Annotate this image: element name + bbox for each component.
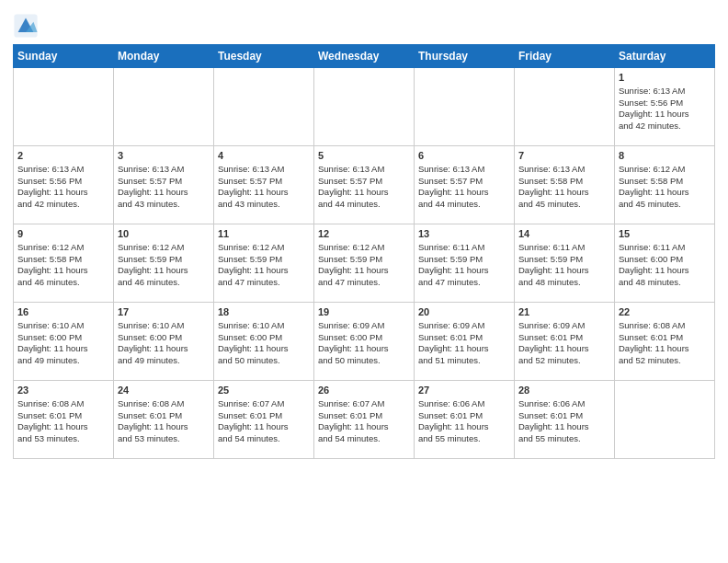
calendar-cell: 21Sunrise: 6:09 AM Sunset: 6:01 PM Dayli…: [515, 303, 615, 381]
calendar-header-wednesday: Wednesday: [314, 45, 415, 68]
day-info: Sunrise: 6:12 AM Sunset: 5:59 PM Dayligh…: [318, 242, 410, 289]
week-row-1: 2Sunrise: 6:13 AM Sunset: 5:56 PM Daylig…: [14, 146, 715, 224]
calendar-cell: [14, 68, 114, 146]
day-number: 5: [318, 149, 410, 163]
calendar-header-row: SundayMondayTuesdayWednesdayThursdayFrid…: [14, 45, 715, 68]
week-row-3: 16Sunrise: 6:10 AM Sunset: 6:00 PM Dayli…: [14, 303, 715, 381]
day-number: 25: [218, 384, 310, 397]
day-number: 22: [619, 305, 711, 319]
calendar-cell: 15Sunrise: 6:11 AM Sunset: 6:00 PM Dayli…: [615, 224, 715, 303]
calendar-cell: 3Sunrise: 6:13 AM Sunset: 5:57 PM Daylig…: [114, 146, 214, 224]
day-info: Sunrise: 6:09 AM Sunset: 6:01 PM Dayligh…: [518, 320, 610, 367]
day-info: Sunrise: 6:12 AM Sunset: 5:59 PM Dayligh…: [218, 242, 310, 289]
day-info: Sunrise: 6:06 AM Sunset: 6:01 PM Dayligh…: [418, 398, 510, 445]
day-info: Sunrise: 6:10 AM Sunset: 6:00 PM Dayligh…: [17, 320, 109, 367]
week-row-0: 1Sunrise: 6:13 AM Sunset: 5:56 PM Daylig…: [14, 68, 715, 146]
day-info: Sunrise: 6:13 AM Sunset: 5:56 PM Dayligh…: [619, 86, 711, 132]
week-row-4: 23Sunrise: 6:08 AM Sunset: 6:01 PM Dayli…: [14, 381, 715, 459]
day-info: Sunrise: 6:13 AM Sunset: 5:58 PM Dayligh…: [518, 164, 610, 211]
day-info: Sunrise: 6:12 AM Sunset: 5:58 PM Dayligh…: [619, 164, 711, 211]
day-info: Sunrise: 6:10 AM Sunset: 6:00 PM Dayligh…: [118, 320, 210, 367]
day-number: 15: [619, 227, 711, 241]
day-number: 28: [518, 384, 610, 397]
calendar-cell: 22Sunrise: 6:08 AM Sunset: 6:01 PM Dayli…: [615, 303, 715, 381]
day-number: 7: [518, 149, 610, 163]
calendar-cell: 20Sunrise: 6:09 AM Sunset: 6:01 PM Dayli…: [415, 303, 515, 381]
week-row-2: 9Sunrise: 6:12 AM Sunset: 5:58 PM Daylig…: [14, 224, 715, 303]
calendar-header-saturday: Saturday: [615, 45, 715, 68]
day-info: Sunrise: 6:06 AM Sunset: 6:01 PM Dayligh…: [518, 398, 610, 445]
calendar-table: SundayMondayTuesdayWednesdayThursdayFrid…: [13, 44, 715, 459]
day-number: 9: [17, 227, 109, 241]
calendar-cell: 18Sunrise: 6:10 AM Sunset: 6:00 PM Dayli…: [214, 303, 314, 381]
calendar-cell: 19Sunrise: 6:09 AM Sunset: 6:00 PM Dayli…: [314, 303, 415, 381]
calendar-header-friday: Friday: [515, 45, 615, 68]
day-info: Sunrise: 6:13 AM Sunset: 5:56 PM Dayligh…: [17, 164, 109, 211]
calendar-cell: 28Sunrise: 6:06 AM Sunset: 6:01 PM Dayli…: [515, 381, 615, 459]
day-number: 23: [17, 384, 109, 397]
calendar-cell: 24Sunrise: 6:08 AM Sunset: 6:01 PM Dayli…: [114, 381, 214, 459]
day-info: Sunrise: 6:10 AM Sunset: 6:00 PM Dayligh…: [218, 320, 310, 367]
day-number: 21: [518, 305, 610, 319]
calendar-cell: 13Sunrise: 6:11 AM Sunset: 5:59 PM Dayli…: [415, 224, 515, 303]
day-info: Sunrise: 6:08 AM Sunset: 6:01 PM Dayligh…: [17, 398, 109, 445]
calendar-cell: 27Sunrise: 6:06 AM Sunset: 6:01 PM Dayli…: [415, 381, 515, 459]
day-number: 1: [619, 71, 711, 85]
logo-icon: [13, 13, 39, 39]
calendar-header-monday: Monday: [114, 45, 214, 68]
calendar-cell: 8Sunrise: 6:12 AM Sunset: 5:58 PM Daylig…: [615, 146, 715, 224]
calendar-cell: 12Sunrise: 6:12 AM Sunset: 5:59 PM Dayli…: [314, 224, 415, 303]
header: [13, 9, 715, 39]
day-info: Sunrise: 6:13 AM Sunset: 5:57 PM Dayligh…: [218, 164, 310, 211]
calendar-cell: [515, 68, 615, 146]
day-number: 4: [218, 149, 310, 163]
calendar-cell: 1Sunrise: 6:13 AM Sunset: 5:56 PM Daylig…: [615, 68, 715, 146]
calendar-cell: 5Sunrise: 6:13 AM Sunset: 5:57 PM Daylig…: [314, 146, 415, 224]
day-number: 13: [418, 227, 510, 241]
calendar-cell: [314, 68, 415, 146]
day-number: 2: [17, 149, 109, 163]
day-number: 24: [118, 384, 210, 397]
logo: [13, 13, 40, 39]
day-number: 12: [318, 227, 410, 241]
day-number: 18: [218, 305, 310, 319]
calendar-cell: 17Sunrise: 6:10 AM Sunset: 6:00 PM Dayli…: [114, 303, 214, 381]
day-number: 8: [619, 149, 711, 163]
calendar-cell: 23Sunrise: 6:08 AM Sunset: 6:01 PM Dayli…: [14, 381, 114, 459]
calendar-cell: 16Sunrise: 6:10 AM Sunset: 6:00 PM Dayli…: [14, 303, 114, 381]
day-info: Sunrise: 6:09 AM Sunset: 6:01 PM Dayligh…: [418, 320, 510, 367]
calendar-cell: [214, 68, 314, 146]
calendar-cell: 11Sunrise: 6:12 AM Sunset: 5:59 PM Dayli…: [214, 224, 314, 303]
calendar-cell: 26Sunrise: 6:07 AM Sunset: 6:01 PM Dayli…: [314, 381, 415, 459]
day-number: 14: [518, 227, 610, 241]
page: SundayMondayTuesdayWednesdayThursdayFrid…: [0, 0, 728, 563]
day-info: Sunrise: 6:07 AM Sunset: 6:01 PM Dayligh…: [218, 398, 310, 445]
day-info: Sunrise: 6:08 AM Sunset: 6:01 PM Dayligh…: [118, 398, 210, 445]
day-number: 16: [17, 305, 109, 319]
day-info: Sunrise: 6:11 AM Sunset: 5:59 PM Dayligh…: [518, 242, 610, 289]
calendar-cell: 4Sunrise: 6:13 AM Sunset: 5:57 PM Daylig…: [214, 146, 314, 224]
day-info: Sunrise: 6:09 AM Sunset: 6:00 PM Dayligh…: [318, 320, 410, 367]
day-number: 11: [218, 227, 310, 241]
day-info: Sunrise: 6:07 AM Sunset: 6:01 PM Dayligh…: [318, 398, 410, 445]
calendar-cell: 7Sunrise: 6:13 AM Sunset: 5:58 PM Daylig…: [515, 146, 615, 224]
day-info: Sunrise: 6:13 AM Sunset: 5:57 PM Dayligh…: [318, 164, 410, 211]
calendar-cell: 9Sunrise: 6:12 AM Sunset: 5:58 PM Daylig…: [14, 224, 114, 303]
day-info: Sunrise: 6:12 AM Sunset: 5:58 PM Dayligh…: [17, 242, 109, 289]
day-number: 10: [118, 227, 210, 241]
calendar-header-thursday: Thursday: [415, 45, 515, 68]
day-info: Sunrise: 6:13 AM Sunset: 5:57 PM Dayligh…: [418, 164, 510, 211]
calendar-cell: [415, 68, 515, 146]
day-number: 20: [418, 305, 510, 319]
calendar-cell: 10Sunrise: 6:12 AM Sunset: 5:59 PM Dayli…: [114, 224, 214, 303]
day-info: Sunrise: 6:11 AM Sunset: 5:59 PM Dayligh…: [418, 242, 510, 289]
day-info: Sunrise: 6:11 AM Sunset: 6:00 PM Dayligh…: [619, 242, 711, 289]
day-info: Sunrise: 6:13 AM Sunset: 5:57 PM Dayligh…: [118, 164, 210, 211]
calendar-header-tuesday: Tuesday: [214, 45, 314, 68]
day-number: 27: [418, 384, 510, 397]
day-number: 17: [118, 305, 210, 319]
calendar-cell: 2Sunrise: 6:13 AM Sunset: 5:56 PM Daylig…: [14, 146, 114, 224]
calendar-cell: [114, 68, 214, 146]
day-number: 19: [318, 305, 410, 319]
day-number: 6: [418, 149, 510, 163]
